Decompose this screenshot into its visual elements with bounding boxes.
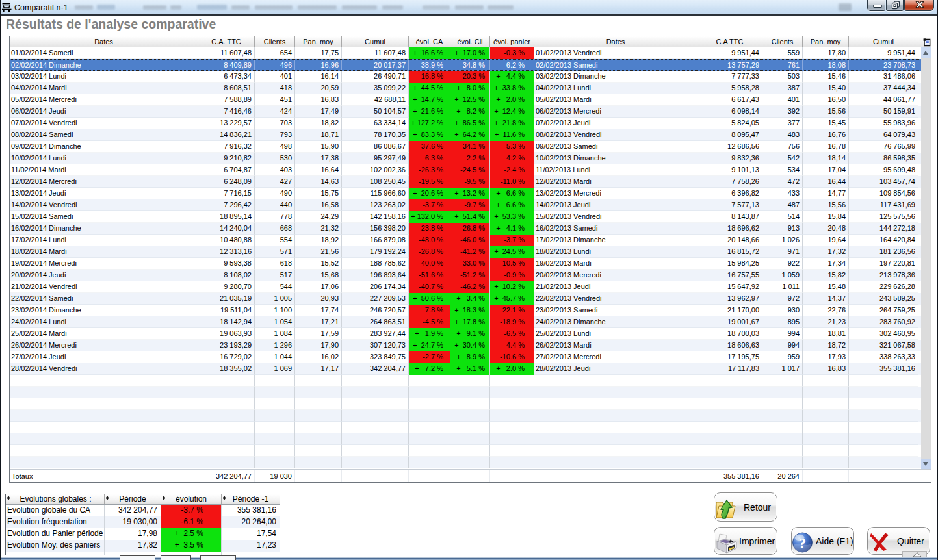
svg-text:?: ? — [799, 535, 807, 552]
